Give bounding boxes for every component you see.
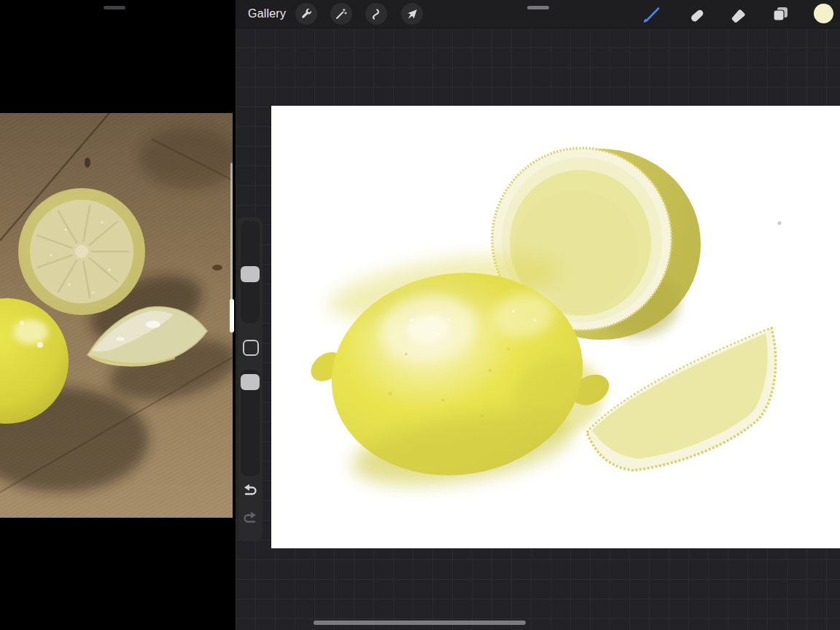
smudge-tool-button[interactable]: [685, 3, 707, 25]
undo-icon: [241, 481, 259, 499]
layers-button[interactable]: [769, 3, 791, 25]
transform-arrow-icon: [405, 7, 419, 20]
smudge-icon: [687, 4, 706, 23]
canvas-area[interactable]: [236, 28, 840, 630]
split-view-handle-left[interactable]: [104, 6, 125, 9]
opacity-handle[interactable]: [241, 374, 260, 390]
split-view-handle-right[interactable]: [527, 6, 549, 9]
stray-paint-dot: [778, 222, 782, 225]
top-toolbar: Gallery: [236, 0, 840, 28]
magic-wand-icon: [335, 7, 348, 20]
photo-half-lemon: [18, 188, 145, 315]
layers-icon: [771, 4, 790, 23]
procreate-pane: Gallery: [236, 0, 840, 630]
reference-pane: [0, 0, 233, 630]
brush-icon: [641, 4, 661, 24]
selection-s-icon: [370, 7, 383, 20]
sidebar: [238, 217, 262, 541]
adjustments-button[interactable]: [330, 3, 352, 25]
paint-tool-button[interactable]: [640, 3, 662, 25]
selection-button[interactable]: [365, 3, 387, 25]
modify-button[interactable]: [243, 340, 259, 356]
brush-size-handle[interactable]: [241, 266, 260, 282]
wrench-icon: [300, 7, 313, 20]
artwork-canvas[interactable]: [271, 106, 840, 548]
gallery-button[interactable]: Gallery: [248, 0, 286, 28]
redo-button[interactable]: [241, 509, 259, 526]
reference-photo: [0, 113, 233, 518]
home-indicator[interactable]: [314, 621, 526, 625]
transform-button[interactable]: [401, 3, 423, 25]
undo-button[interactable]: [241, 481, 259, 499]
redo-icon: [241, 509, 259, 526]
erase-tool-button[interactable]: [727, 3, 749, 25]
eraser-icon: [728, 4, 747, 23]
split-divider-grabber[interactable]: [230, 299, 234, 332]
color-swatch[interactable]: [814, 4, 833, 23]
actions-button[interactable]: [295, 3, 317, 25]
